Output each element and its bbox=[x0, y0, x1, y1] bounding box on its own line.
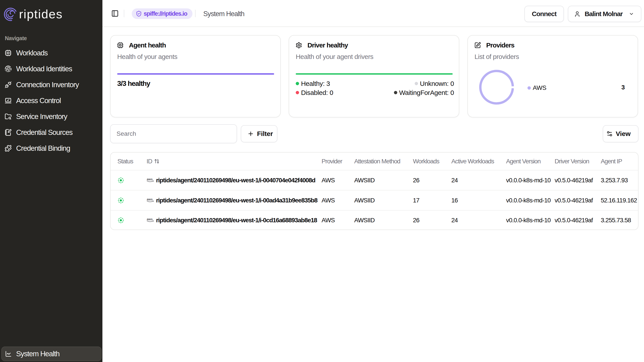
svg-text:aws: aws bbox=[147, 198, 153, 201]
svg-text:aws: aws bbox=[147, 178, 153, 181]
svg-text:aws: aws bbox=[147, 218, 153, 221]
